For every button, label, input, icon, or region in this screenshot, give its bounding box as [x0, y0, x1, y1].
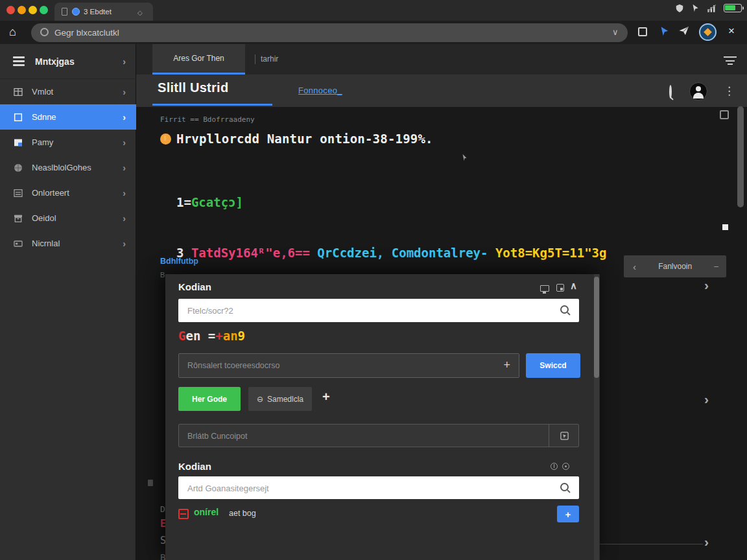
kebab-menu-icon[interactable]: ⋮: [724, 84, 735, 98]
browser-titlebar: 3 Ebdtet ◇: [0, 0, 747, 21]
display-icon[interactable]: [540, 285, 549, 292]
header-avatar[interactable]: [689, 82, 707, 100]
archive-icon: [13, 213, 23, 224]
meta-line: Firrit == Bdofrraadeny: [160, 115, 255, 124]
tab-audio-icon[interactable]: ◇: [137, 9, 143, 16]
stray-cursor-icon: [462, 154, 468, 161]
green-action-button[interactable]: Her Gode: [178, 387, 241, 411]
list-icon: [13, 188, 23, 198]
favicon-icon: [72, 8, 80, 16]
expand-row-chevron-icon[interactable]: ›: [704, 277, 709, 293]
signal-icon: [706, 3, 717, 13]
sidebar-item-neaslblolgohes[interactable]: NeaslblolGohes ›: [0, 155, 136, 180]
add-inline-icon[interactable]: +: [503, 358, 510, 372]
image-icon: [13, 137, 23, 148]
secondary-button[interactable]: ⊖ Samedlcla: [248, 387, 312, 411]
battery-icon: [724, 4, 742, 12]
browser-tab[interactable]: 3 Ebdtet ◇: [54, 3, 153, 21]
profile-avatar[interactable]: [699, 23, 717, 41]
page-title: Slitll Ustrid: [158, 80, 228, 95]
shield-icon: [675, 3, 684, 13]
add-button-icon[interactable]: +: [322, 390, 330, 404]
select-cursor-icon: [560, 431, 569, 441]
search-input[interactable]: [187, 303, 551, 318]
tag-suffix-label: aet bog: [229, 509, 256, 518]
search-input[interactable]: [187, 480, 551, 496]
concept-field: [178, 424, 579, 447]
close-traffic-light[interactable]: [6, 6, 15, 14]
modal-panel: Kodian ∧ Gen =+an9 + Swiccd Her Gode ⊖ S…: [165, 274, 600, 560]
address-dropdown-icon[interactable]: ∨: [612, 27, 619, 37]
site-info-icon[interactable]: [40, 28, 49, 36]
search-icon[interactable]: [560, 305, 569, 314]
home-icon[interactable]: ⌂: [9, 25, 16, 39]
main-scrollbar[interactable]: [737, 106, 744, 207]
pager-dash-icon: –: [714, 262, 718, 271]
search-icon[interactable]: [669, 85, 672, 99]
header-link[interactable]: Fonnoceo_: [298, 86, 342, 95]
restore-traffic-light[interactable]: [29, 6, 37, 14]
code-line: 3 TatdSy164ᴿ"e,6== QrCcdzei, Comdontalre…: [176, 244, 607, 261]
picker-segment[interactable]: [549, 425, 580, 447]
stop-icon[interactable]: [638, 27, 647, 36]
history-icon[interactable]: [551, 463, 558, 470]
cursor-status-icon: [691, 3, 700, 13]
tab-divider: [255, 54, 255, 64]
submit-button[interactable]: Swiccd: [526, 353, 580, 378]
filter-icon[interactable]: [724, 56, 737, 67]
hamburger-menu-icon[interactable]: [13, 56, 25, 66]
maximize-traffic-light[interactable]: [40, 6, 48, 14]
pager-button[interactable]: ‹ Fanlvooin –: [624, 255, 726, 277]
tab-title: 3 Ebdtet: [84, 3, 112, 21]
tag-label[interactable]: onírel: [194, 507, 219, 517]
expression-line: Gen =+an9: [178, 329, 245, 343]
status-icon: [160, 134, 171, 145]
target-icon[interactable]: [562, 463, 569, 470]
address-input[interactable]: [54, 25, 573, 40]
window-grid-icon: [13, 87, 23, 97]
card-icon: [13, 239, 23, 249]
chevron-right-icon: ›: [123, 188, 126, 198]
obscured-text: B: [160, 271, 165, 279]
sidebar-header[interactable]: Mntxjgas ›: [0, 44, 136, 78]
content-heading: Hrvpllorcdd Nantur ontion-38-199%.: [176, 132, 433, 146]
code-line: 1=Gcatçɔ]: [176, 194, 607, 211]
add-tag-button[interactable]: +: [557, 506, 579, 522]
edge-artifact: [148, 480, 153, 486]
collapse-chevron-icon[interactable]: ∧: [570, 280, 577, 292]
search-icon[interactable]: [560, 483, 569, 491]
sidebar-item-vmlot[interactable]: Vmlot ›: [0, 79, 136, 104]
panel-icon[interactable]: [556, 284, 564, 292]
background-text: D: [160, 504, 165, 514]
expand-icon[interactable]: [720, 110, 729, 119]
system-status-icons: [675, 3, 742, 13]
modal-scrollbar-thumb[interactable]: [594, 277, 599, 378]
content-link[interactable]: Bdhlfutbp: [160, 257, 198, 266]
expand-row-chevron-icon[interactable]: ›: [704, 391, 709, 407]
expand-row-chevron-icon[interactable]: ›: [704, 534, 709, 550]
concept-input[interactable]: [187, 429, 466, 443]
modal-section1-title: Kodian: [178, 281, 211, 292]
tab-tarhir[interactable]: tarhir: [261, 44, 278, 75]
chevron-right-icon: ›: [123, 87, 126, 97]
minimize-traffic-light[interactable]: [18, 6, 26, 14]
close-icon[interactable]: ×: [728, 25, 735, 38]
sidebar-item-oeidol[interactable]: Oeidol ›: [0, 205, 136, 231]
modal-search2: [178, 476, 579, 499]
sidebar-item-pamy[interactable]: Pamy ›: [0, 130, 136, 155]
tab-ares-gor-then[interactable]: Ares Gor Then: [152, 44, 245, 75]
pointer-icon[interactable]: [659, 25, 670, 38]
chevron-right-icon: ›: [123, 112, 126, 122]
sidebar-item-sdnne[interactable]: Sdnne ›: [0, 104, 136, 130]
modal-section2-title: Kodian: [178, 461, 211, 472]
chevron-right-icon: ›: [123, 56, 126, 67]
pager-label: Fanlvooin: [636, 262, 714, 271]
sidebar-item-onlorteert[interactable]: Onlorteert ›: [0, 180, 136, 205]
chevron-right-icon: ›: [123, 213, 126, 224]
app-window: 3 Ebdtet ◇ ⌂ ∨ × Mntxjgas › Vmlot › Sd: [0, 0, 747, 560]
record-icon: [178, 509, 189, 519]
send-icon[interactable]: [678, 25, 690, 37]
sidebar-item-nicrnlal[interactable]: Nicrnlal ›: [0, 231, 136, 256]
value-input[interactable]: [187, 358, 466, 373]
chevron-right-icon: ›: [123, 137, 126, 148]
